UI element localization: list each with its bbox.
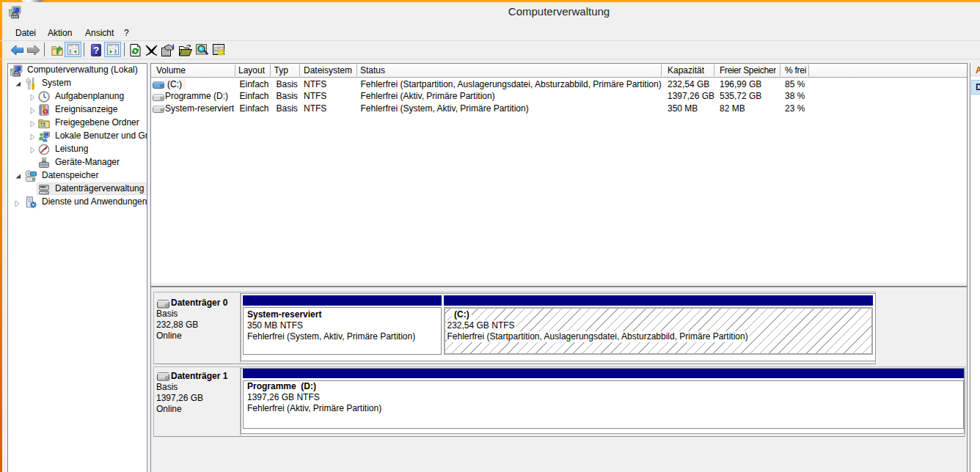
svg-text:?: ? — [93, 45, 99, 56]
